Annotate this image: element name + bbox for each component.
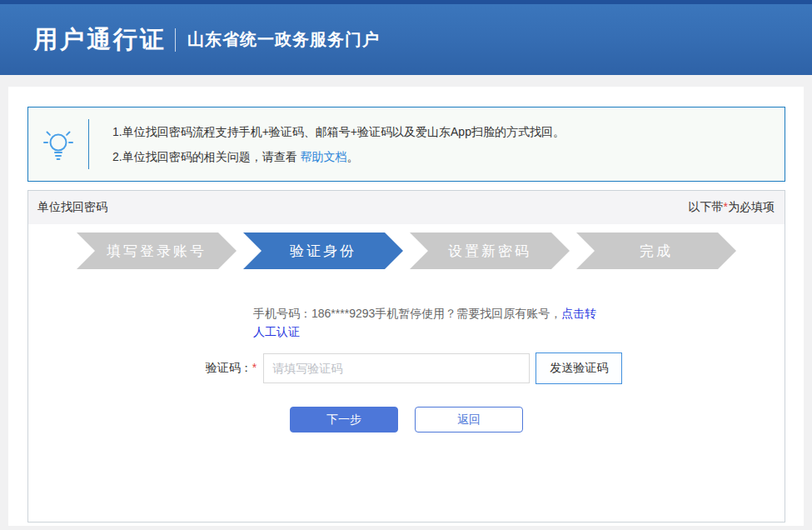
phone-notice-text: 手机号码：186****9293手机暂停使用？需要找回原有账号， [253, 307, 561, 320]
captcha-required-star: * [252, 361, 257, 374]
section-header: 单位找回密码 以下带*为必填项 [28, 191, 785, 224]
notice-line-2-text: 2.单位找回密码的相关问题，请查看 [112, 150, 301, 163]
next-step-button[interactable]: 下一步 [290, 407, 398, 432]
app-title: 用户通行证 [33, 23, 167, 57]
lightbulb-icon [28, 126, 88, 162]
send-code-button[interactable]: 发送验证码 [536, 352, 622, 384]
password-recovery-section: 单位找回密码 以下带*为必填项 填写登录账号 验证身份 设置新密码 完成 手机号… [27, 190, 785, 522]
captcha-label: 验证码：* [206, 361, 257, 376]
required-note: 以下带*为必填项 [689, 200, 775, 215]
step-fill-account: 填写登录账号 [77, 232, 237, 269]
step-set-password: 设置新密码 [410, 232, 570, 269]
captcha-input[interactable] [263, 353, 530, 383]
section-title: 单位找回密码 [37, 200, 107, 215]
help-doc-link[interactable]: 帮助文档 [301, 150, 347, 163]
notice-line-2-suffix: 。 [347, 150, 359, 163]
step-wizard: 填写登录账号 验证身份 设置新密码 完成 [28, 232, 785, 269]
phone-notice: 手机号码：186****9293手机暂停使用？需要找回原有账号，点击转人工认证 [253, 304, 603, 341]
step-verify-identity: 验证身份 [243, 232, 403, 269]
captcha-label-text: 验证码： [206, 361, 252, 374]
step-complete: 完成 [576, 232, 736, 269]
notice-line-2: 2.单位找回密码的相关问题，请查看 帮助文档。 [112, 144, 565, 169]
action-buttons: 下一步 返回 [28, 407, 785, 432]
title-divider [175, 28, 176, 52]
main-card: 1.单位找回密码流程支持手机+验证码、邮箱号+验证码以及爱山东App扫脸的方式找… [8, 87, 804, 526]
required-note-prefix: 以下带 [689, 200, 724, 213]
back-button[interactable]: 返回 [415, 407, 523, 432]
notice-text: 1.单位找回密码流程支持手机+验证码、邮箱号+验证码以及爱山东App扫脸的方式找… [89, 119, 565, 169]
notice-box: 1.单位找回密码流程支持手机+验证码、邮箱号+验证码以及爱山东App扫脸的方式找… [27, 107, 785, 182]
page-header: 用户通行证 山东省统一政务服务门户 [0, 0, 812, 75]
portal-subtitle: 山东省统一政务服务门户 [187, 28, 380, 51]
required-note-suffix: 为必填项 [728, 200, 775, 213]
header-title-group: 用户通行证 山东省统一政务服务门户 [0, 23, 380, 57]
captcha-form-row: 验证码：* 发送验证码 [36, 352, 792, 384]
notice-line-1: 1.单位找回密码流程支持手机+验证码、邮箱号+验证码以及爱山东App扫脸的方式找… [112, 119, 565, 144]
